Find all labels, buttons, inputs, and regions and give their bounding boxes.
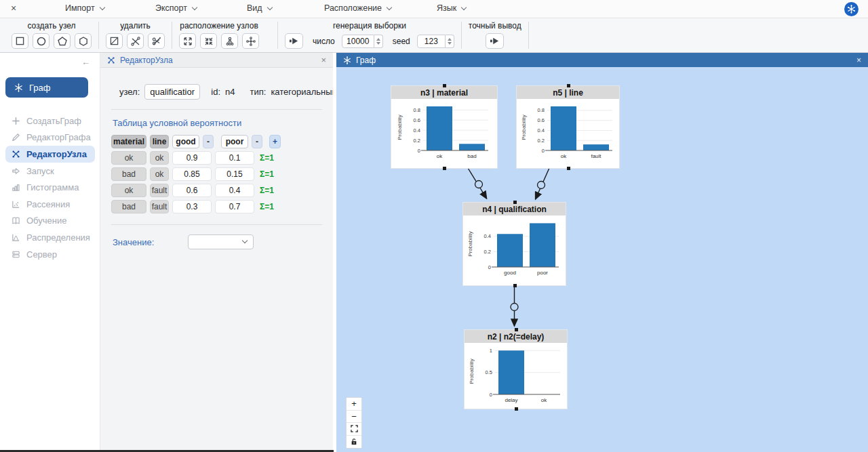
sidebar-item-server[interactable]: Сервер <box>0 246 100 263</box>
node-connection-handle[interactable] <box>515 407 518 411</box>
scatter-icon <box>12 200 20 209</box>
cpt-parent-cell: ok <box>111 184 146 197</box>
svg-text:1: 1 <box>489 348 492 354</box>
cpt-parent-header[interactable]: line <box>150 135 169 148</box>
edge-handle[interactable] <box>538 182 545 189</box>
sidebar-item-create-graph[interactable]: СоздатьГраф <box>0 112 100 129</box>
cpt-prob-cell[interactable]: 0.3 <box>172 200 212 213</box>
create-square-node-button[interactable] <box>12 33 28 49</box>
toolbar-divider <box>277 22 278 49</box>
generate-sample-run-button[interactable] <box>285 33 303 49</box>
node-probability-chart: Probability00.20.40.60.8okbad <box>391 100 497 166</box>
menu-language[interactable]: Язык <box>437 3 466 13</box>
close-icon[interactable]: × <box>856 56 861 65</box>
edge-handle[interactable] <box>475 181 483 188</box>
create-hexagon-node-button[interactable] <box>75 33 92 49</box>
seed-input[interactable] <box>417 35 446 48</box>
delete-edge-button[interactable] <box>127 33 144 49</box>
lock-button[interactable] <box>347 436 361 449</box>
star-layout-button[interactable] <box>242 33 259 49</box>
remove-state-button[interactable]: - <box>252 135 262 148</box>
cpt-prob-cell[interactable]: 0.1 <box>215 151 254 165</box>
add-state-button[interactable]: + <box>269 135 281 148</box>
node-connection-handle[interactable] <box>567 84 570 87</box>
app-logo-snowflake-icon <box>844 2 859 16</box>
graph-node-n4[interactable]: n4 | qualification Probability00.20.4goo… <box>463 203 566 285</box>
window-close-icon[interactable]: × <box>11 3 16 14</box>
svg-text:0.6: 0.6 <box>537 117 544 123</box>
graph-canvas[interactable]: n3 | material Probability00.20.40.60.8ok… <box>336 67 868 452</box>
svg-text:poor: poor <box>536 270 547 276</box>
svg-text:good: good <box>504 270 516 276</box>
node-probability-chart: Probability00.20.4goodpoor <box>463 217 566 283</box>
svg-text:Probability: Probability <box>469 358 475 384</box>
edge-handle[interactable] <box>511 304 518 311</box>
sidebar-item-learning[interactable]: Обучение <box>0 213 100 230</box>
sample-count-input[interactable] <box>342 35 374 48</box>
cpt-row: bad fault 0.3 0.7 Σ=1 <box>111 200 322 213</box>
create-circle-node-button[interactable] <box>33 33 50 49</box>
snowflake-icon <box>343 56 351 64</box>
spinner-arrows-icon[interactable] <box>446 35 454 48</box>
delete-node-button[interactable] <box>106 33 123 49</box>
sidebar-item-node-editor[interactable]: РедакторУзла <box>5 146 95 163</box>
cpt-prob-cell[interactable]: 0.9 <box>172 151 212 165</box>
cpt-row-sum: Σ=1 <box>260 153 274 163</box>
create-pentagon-node-button[interactable] <box>54 33 71 49</box>
cpt-row: ok ok 0.9 0.1 Σ=1 <box>111 151 322 165</box>
cpt-prob-cell[interactable]: 0.7 <box>215 200 254 213</box>
menu-bar: × Импорт Экспорт Вид Расположение Язык <box>0 0 868 18</box>
spinner-arrows-icon[interactable] <box>374 35 383 48</box>
svg-text:ok: ok <box>437 153 443 159</box>
cpt-state-header[interactable]: poor <box>221 135 248 148</box>
collapse-layout-button[interactable] <box>200 33 217 49</box>
menu-import[interactable]: Импорт <box>65 3 104 13</box>
graph-panel-header: Граф × <box>336 53 868 67</box>
node-connection-handle[interactable] <box>443 84 446 87</box>
graph-node-n2[interactable]: n2 | n2(=delay) Probability00.51delayok <box>465 330 567 409</box>
graph-node-n5[interactable]: n5 | line Probability00.20.40.60.8okfaul… <box>517 86 619 168</box>
sidebar-item-distributions[interactable]: Распределения <box>0 229 100 246</box>
node-connection-handle[interactable] <box>443 167 446 170</box>
node-connection-handle[interactable] <box>513 201 517 204</box>
tree-layout-button[interactable] <box>221 33 238 49</box>
toolbar-divider <box>528 22 529 49</box>
sidebar-item-graph-editor[interactable]: РедакторГрафа <box>0 129 100 146</box>
svg-text:Probability: Probability <box>467 231 473 256</box>
sidebar-item-run[interactable]: Запуск <box>0 163 100 180</box>
menu-export[interactable]: Экспорт <box>155 3 197 13</box>
node-title: n4 | qualification <box>463 203 566 215</box>
sidebar-graph-button[interactable]: Граф <box>5 77 88 98</box>
svg-text:bad: bad <box>467 153 476 159</box>
zoom-controls: + − <box>346 397 362 449</box>
zoom-out-button[interactable]: − <box>347 411 361 424</box>
cut-edge-button[interactable] <box>148 33 165 49</box>
graph-node-n3[interactable]: n3 | material Probability00.20.40.60.8ok… <box>391 86 497 168</box>
zoom-in-button[interactable]: + <box>347 398 361 411</box>
node-name-input[interactable] <box>144 84 200 100</box>
value-select[interactable] <box>188 234 254 249</box>
cpt-parent-header[interactable]: material <box>111 135 146 148</box>
cpt-prob-cell[interactable]: 0.6 <box>172 184 212 197</box>
chevron-down-icon <box>461 4 467 9</box>
menu-layout[interactable]: Расположение <box>324 3 391 13</box>
cpt-prob-cell[interactable]: 0.15 <box>215 167 254 181</box>
expand-layout-button[interactable] <box>179 33 196 49</box>
fit-view-button[interactable] <box>347 423 361 436</box>
cpt-prob-cell[interactable]: 0.4 <box>215 184 254 197</box>
cpt-prob-cell[interactable]: 0.85 <box>172 167 212 181</box>
node-connection-handle[interactable] <box>567 167 570 170</box>
seed-label: seed <box>393 37 410 46</box>
remove-state-button[interactable]: - <box>203 135 214 148</box>
sidebar-collapse-icon[interactable]: ← <box>81 57 90 67</box>
node-connection-handle[interactable] <box>515 328 518 331</box>
menu-view[interactable]: Вид <box>247 3 272 13</box>
toolbar-group-delete: удалить <box>100 18 171 52</box>
exact-inference-run-button[interactable] <box>486 33 504 49</box>
close-icon[interactable]: × <box>321 55 326 65</box>
toolbar-divider <box>98 22 99 49</box>
cpt-state-header[interactable]: good <box>172 135 199 148</box>
node-connection-handle[interactable] <box>513 284 517 287</box>
sidebar-item-histogram[interactable]: Гистограмма <box>0 179 100 196</box>
sidebar-item-scatter[interactable]: Рассеяния <box>0 196 100 213</box>
